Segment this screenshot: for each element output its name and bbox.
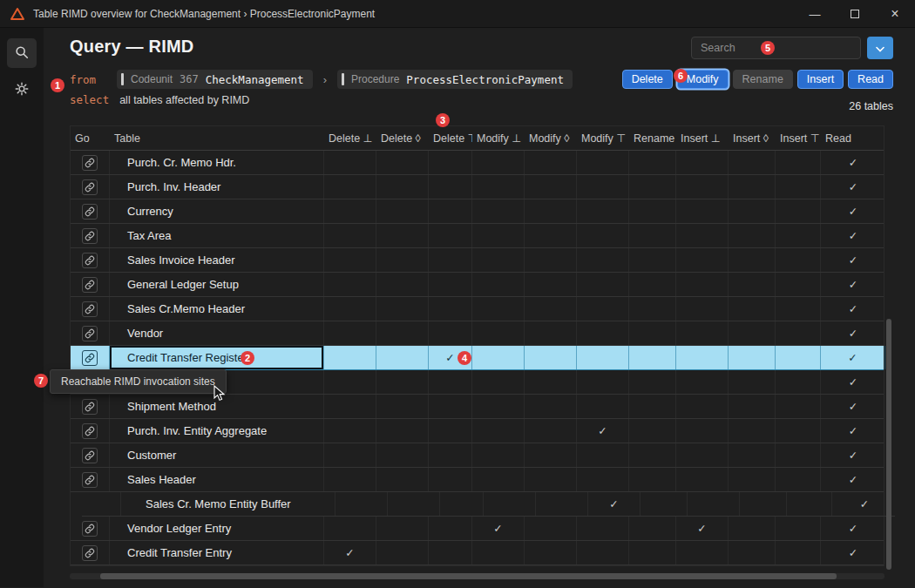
cell-modify_t (577, 224, 629, 247)
go-link-icon[interactable] (82, 277, 98, 293)
table-row[interactable]: Shipment Method✓ (71, 395, 884, 419)
go-link-icon[interactable] (82, 155, 98, 171)
table-name-cell[interactable]: Sales Header (110, 468, 324, 491)
cell-rename (629, 175, 676, 199)
cell-modify_direct (472, 370, 525, 394)
table-row[interactable]: Vendor✓ (71, 321, 884, 346)
cell-delete_direct (324, 199, 376, 223)
table-name-cell[interactable]: Sales Cr.Memo Header (110, 297, 324, 321)
table-row[interactable]: Purch. Inv. Header✓ (71, 175, 884, 199)
cell-delete_t (429, 443, 472, 467)
column-header-read[interactable]: Read (821, 126, 885, 150)
rimd-table: GoTableDelete ⊥Delete ◊Delete ⊤Modify ⊥M… (70, 125, 884, 566)
table-name-cell[interactable]: Sales Invoice Header (110, 248, 324, 272)
table-row[interactable]: Purch. Inv. Entity Aggregate✓✓ (71, 419, 884, 443)
column-header-name[interactable]: Table (110, 126, 324, 150)
table-row[interactable]: Customer✓ (71, 443, 884, 468)
filter-insert-button[interactable]: Insert (797, 70, 844, 89)
table-name-cell[interactable]: Sales Cr. Memo Entity Buffer (121, 492, 336, 516)
column-header-delete_t[interactable]: Delete ⊤ (429, 126, 472, 150)
table-name-cell[interactable]: Purch. Inv. Entity Aggregate (110, 419, 324, 443)
cell-insert_direct (676, 199, 729, 223)
column-header-go[interactable]: Go (71, 126, 110, 150)
cell-delete_direct (324, 395, 376, 418)
go-link-icon[interactable] (82, 423, 98, 439)
sidebar (0, 28, 44, 587)
table-row[interactable]: Tax Area✓ (71, 224, 884, 248)
breadcrumb-procedure-chip[interactable]: Procedure ProcessElectronicPayment (337, 70, 573, 89)
table-name-cell[interactable]: Vendor Ledger Entry (110, 517, 324, 540)
go-link-icon[interactable] (82, 204, 98, 220)
cell-insert_direct (676, 395, 729, 418)
cell-delete_diamond (376, 419, 429, 443)
cell-read: ✓ (821, 175, 885, 199)
table-name-cell[interactable]: Credit Transfer Register (110, 346, 324, 369)
chip-accent-bar (121, 73, 124, 85)
cell-modify_diamond (525, 297, 577, 321)
go-link-icon[interactable] (82, 350, 98, 366)
horizontal-scrollbar-track[interactable] (70, 573, 884, 579)
table-row[interactable]: Currency✓ (71, 199, 884, 224)
table-row[interactable]: Sales Invoice Header✓ (71, 248, 884, 273)
cell-insert_t (776, 419, 821, 443)
table-name-cell[interactable]: Purch. Cr. Memo Hdr. (110, 151, 324, 174)
column-header-delete_direct[interactable]: Delete ⊥ (324, 126, 376, 150)
table-name-cell[interactable]: Tax Area (110, 224, 324, 247)
table-row[interactable]: Vendor Ledger Entry✓✓✓ (71, 517, 884, 541)
cell-rename (629, 346, 676, 369)
column-header-insert_direct[interactable]: Insert ⊥ (676, 126, 729, 150)
sidebar-settings-button[interactable] (7, 75, 37, 105)
horizontal-scrollbar-thumb[interactable] (100, 573, 837, 579)
table-name-cell[interactable]: Customer (110, 443, 324, 467)
table-name-cell[interactable]: General Ledger Setup (110, 273, 324, 296)
filter-read-button[interactable]: Read (848, 70, 893, 89)
cell-delete_t (429, 541, 472, 564)
filter-delete-button[interactable]: Delete (622, 70, 673, 89)
column-header-rename[interactable]: Rename (629, 126, 676, 150)
cell-modify_direct (472, 151, 525, 174)
column-header-modify_diamond[interactable]: Modify ◊ (525, 126, 577, 150)
table-name-cell[interactable]: Purch. Inv. Header (110, 175, 324, 199)
filter-rename-button[interactable]: Rename (733, 70, 793, 89)
search-dropdown-button[interactable] (867, 37, 893, 59)
search-input[interactable]: Search (691, 37, 861, 59)
go-link-icon[interactable] (82, 301, 98, 317)
table-name-cell[interactable]: Vendor (110, 321, 324, 345)
table-name-cell[interactable]: Currency (110, 199, 324, 223)
column-header-insert_diamond[interactable]: Insert ◊ (729, 126, 776, 150)
table-row[interactable]: Credit Transfer Entry✓✓ (71, 541, 884, 565)
column-header-modify_direct[interactable]: Modify ⊥ (472, 126, 525, 150)
breadcrumb-codeunit-chip[interactable]: Codeunit 367 CheckManagement (117, 70, 313, 89)
column-header-delete_diamond[interactable]: Delete ◊ (376, 126, 429, 150)
tooltip-text: Reachable RIMD invocation sites (61, 375, 215, 388)
maximize-button[interactable] (835, 0, 875, 28)
cell-insert_direct (676, 346, 729, 369)
go-link-icon[interactable] (82, 399, 98, 415)
table-row[interactable]: Sales Header✓ (71, 468, 884, 492)
cell-delete_t (429, 151, 472, 174)
minimize-button[interactable]: — (795, 0, 835, 28)
go-link-icon[interactable] (82, 448, 98, 463)
go-link-icon[interactable] (82, 253, 98, 268)
cell-delete_diamond (376, 248, 429, 272)
go-link-icon[interactable] (82, 179, 98, 195)
table-row[interactable]: Purch. Cr. Memo Hdr.✓ (71, 151, 884, 175)
cell-delete_t (429, 468, 472, 491)
cell-read: ✓ (821, 370, 885, 394)
column-header-insert_t[interactable]: Insert ⊤ (776, 126, 821, 150)
go-link-icon[interactable] (82, 472, 98, 488)
go-link-icon[interactable] (82, 228, 98, 244)
table-row[interactable]: General Ledger Setup✓ (71, 273, 884, 297)
table-row[interactable]: Credit Transfer Register✓✓ (71, 346, 884, 370)
go-link-icon[interactable] (82, 326, 98, 341)
close-button[interactable]: × (875, 0, 915, 28)
vertical-scrollbar[interactable] (886, 319, 891, 570)
cell-delete_direct (336, 492, 388, 516)
table-row[interactable]: Sales Cr.Memo Header✓ (71, 297, 884, 321)
table-name-cell[interactable]: Credit Transfer Entry (110, 541, 324, 564)
go-link-icon[interactable] (82, 521, 98, 537)
sidebar-search-button[interactable] (7, 38, 37, 68)
go-link-icon[interactable] (82, 545, 98, 561)
column-header-modify_t[interactable]: Modify ⊤ (577, 126, 629, 150)
table-row[interactable]: Sales Cr. Memo Entity Buffer✓✓ (82, 492, 895, 517)
